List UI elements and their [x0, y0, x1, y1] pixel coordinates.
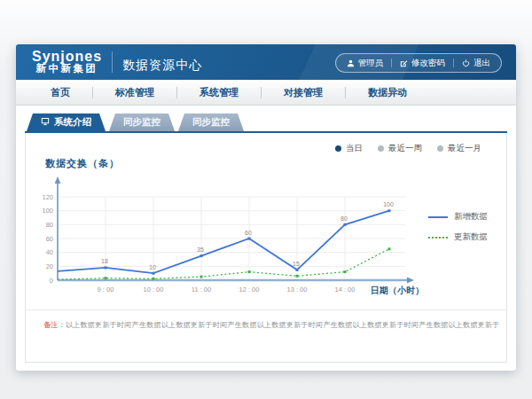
- user-menu-item[interactable]: 退出: [454, 58, 498, 69]
- doc-icon: [41, 117, 50, 128]
- data-point-label: 80: [340, 215, 348, 222]
- data-point-label: 100: [383, 201, 394, 207]
- data-point: [344, 223, 347, 226]
- range-option[interactable]: 最近一周: [378, 142, 422, 154]
- data-point: [153, 278, 155, 280]
- x-tick-label: 10 : 00: [144, 286, 164, 293]
- user-menu-item[interactable]: 修改密码: [392, 58, 453, 69]
- y-tick-label: 80: [46, 221, 53, 229]
- legend-line-sample: [428, 237, 448, 239]
- data-point: [200, 276, 203, 278]
- range-option[interactable]: 最近一月: [437, 142, 481, 154]
- chart-row: 0204060801001209 : 0010 : 0011 : 0012 : …: [26, 172, 506, 305]
- note-text: ：以上数据更新于时间产生数据以上数据更新于时间产生数据以上数据更新于时间产生数据…: [59, 321, 500, 329]
- data-point: [248, 238, 251, 240]
- data-point: [296, 269, 299, 271]
- x-tick-label: 12 : 00: [239, 286, 260, 293]
- legend-label: 新增数据: [454, 211, 488, 223]
- legend-item[interactable]: 新增数据: [428, 211, 488, 223]
- tab-label: 系统介绍: [54, 116, 91, 129]
- content: 系统介绍同步监控同步监控 当日最近一周最近一月 数据交换（条） 02040608…: [16, 106, 516, 363]
- data-point-label: 15: [293, 261, 300, 267]
- data-point-label: 60: [245, 230, 252, 236]
- nav-item[interactable]: 数据异动: [346, 86, 429, 99]
- nav-item[interactable]: 首页: [28, 86, 92, 99]
- tab[interactable]: 系统介绍: [27, 113, 106, 131]
- main-nav: 首页标准管理系统管理对接管理数据异动: [16, 80, 516, 106]
- data-point-label: 18: [101, 258, 108, 264]
- y-tick-label: 120: [42, 193, 53, 201]
- brand-divider: [112, 51, 113, 73]
- data-point: [388, 209, 391, 212]
- legend-line-sample: [428, 216, 448, 218]
- tab-label: 同步监控: [192, 116, 230, 129]
- range-option-label: 当日: [346, 143, 363, 154]
- x-axis-title: 日期（小时）: [371, 286, 424, 295]
- y-tick-label: 100: [42, 207, 53, 215]
- data-point: [388, 247, 391, 250]
- brand: Synjones 新中新集团 数据资源中心: [16, 50, 202, 74]
- user-menu-item[interactable]: 管理员: [339, 58, 392, 69]
- app-title: 数据资源中心: [122, 58, 202, 74]
- nav-item[interactable]: 对接管理: [262, 86, 345, 99]
- chart-legend: 新增数据更新数据: [428, 211, 488, 243]
- app-header: Synjones 新中新集团 数据资源中心 管理员修改密码退出: [16, 44, 516, 80]
- range-option[interactable]: 当日: [335, 142, 363, 154]
- range-option-label: 最近一月: [448, 143, 481, 154]
- line-chart: 0204060801001209 : 0010 : 0011 : 0012 : …: [26, 172, 426, 305]
- y-tick-label: 60: [46, 235, 53, 243]
- x-tick-label: 13 : 00: [287, 286, 308, 293]
- nav-item[interactable]: 系统管理: [177, 86, 261, 99]
- data-point: [200, 254, 203, 257]
- data-point-label: 35: [197, 246, 204, 253]
- note-row: 备注：以上数据更新于时间产生数据以上数据更新于时间产生数据以上数据更新于时间产生…: [26, 309, 506, 330]
- y-tick-label: 40: [46, 248, 53, 256]
- data-point: [248, 270, 251, 273]
- app-window: Synjones 新中新集团 数据资源中心 管理员修改密码退出 首页标准管理系统…: [16, 44, 516, 371]
- radio-selected-icon: [335, 145, 341, 152]
- x-tick-label: 14 : 00: [335, 286, 356, 293]
- y-tick-label: 20: [46, 262, 53, 270]
- y-axis-title: 数据交换（条）: [45, 157, 506, 170]
- user-menu-label: 管理员: [358, 58, 384, 69]
- radio-icon: [437, 145, 443, 152]
- logo-text: Synjones: [32, 50, 102, 63]
- logo-subtext: 新中新集团: [32, 63, 102, 74]
- data-point-label: 10: [149, 264, 156, 270]
- range-filter-row: 当日最近一周最近一月: [26, 133, 506, 154]
- tab-label: 同步监控: [123, 116, 160, 129]
- legend-item[interactable]: 更新数据: [428, 231, 488, 243]
- range-option-label: 最近一周: [388, 143, 422, 154]
- data-point: [153, 272, 155, 275]
- tab[interactable]: 同步监控: [178, 113, 244, 131]
- edit-icon: [400, 59, 408, 67]
- nav-item[interactable]: 标准管理: [93, 86, 176, 99]
- user-icon: [347, 59, 355, 67]
- tab[interactable]: 同步监控: [109, 113, 175, 131]
- y-tick-label: 0: [50, 277, 53, 285]
- x-tick-label: 9 : 00: [98, 286, 114, 293]
- company-logo[interactable]: Synjones 新中新集团: [32, 50, 102, 74]
- data-point: [105, 277, 107, 279]
- note-label: 备注: [43, 321, 59, 329]
- tabs-row: 系统介绍同步监控同步监控: [27, 113, 507, 131]
- radio-icon: [378, 145, 384, 152]
- data-point: [105, 266, 107, 269]
- user-menu: 管理员修改密码退出: [335, 53, 503, 73]
- user-menu-label: 修改密码: [411, 58, 445, 69]
- user-menu-label: 退出: [473, 58, 490, 69]
- chart-panel: 当日最近一周最近一月 数据交换（条） 0204060801001209 : 00…: [25, 133, 507, 363]
- power-icon: [462, 59, 470, 67]
- data-point: [296, 275, 299, 278]
- legend-label: 更新数据: [454, 231, 488, 243]
- data-point: [344, 270, 347, 273]
- x-tick-label: 11 : 00: [192, 286, 211, 293]
